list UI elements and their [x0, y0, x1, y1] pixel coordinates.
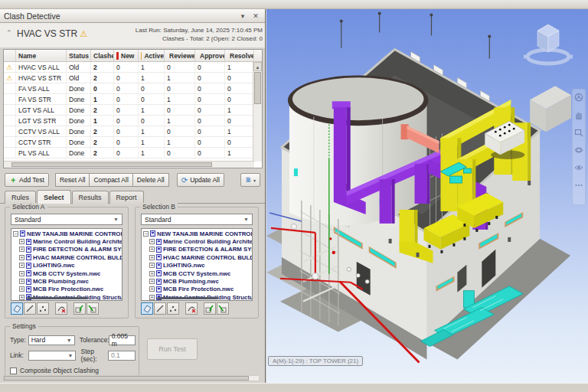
navigation-toolbar[interactable]: [572, 89, 586, 205]
reset-all-button[interactable]: Reset All: [55, 173, 90, 187]
collapse-chevron-icon[interactable]: ⌃: [6, 29, 12, 37]
selection-b-buttons: [141, 302, 230, 315]
column-header[interactable]: Active: [139, 50, 165, 61]
clash-test-row[interactable]: FA VS ALLDone000000: [4, 83, 262, 94]
table-cell: 0: [165, 83, 195, 93]
tree-item[interactable]: +MCB Fire Protection.nwc: [11, 286, 122, 293]
column-header[interactable]: Reviewed: [165, 50, 195, 61]
hscroll-thumb[interactable]: [11, 162, 212, 167]
table-cell: LGT VS STR: [16, 116, 67, 126]
tree-item[interactable]: +MCB Plumbing.nwc: [11, 277, 122, 285]
use-item-button[interactable]: [87, 302, 99, 315]
tolerance-input[interactable]: 0.005 m: [109, 335, 136, 345]
selection-a-group: Selection A Standard▼ −NEW TANAJIB MARIN…: [5, 207, 129, 318]
points-button[interactable]: [167, 302, 179, 315]
scroll-up-arrow[interactable]: ▲: [253, 62, 262, 71]
tree-scrollbar[interactable]: [27, 297, 88, 299]
lines-button[interactable]: [154, 302, 166, 315]
composite-clashing-checkbox[interactable]: [10, 368, 17, 374]
tree-item[interactable]: +LIGHTING.nwc: [142, 262, 252, 270]
selection-a-mode-combo[interactable]: Standard▼: [11, 214, 122, 225]
column-header[interactable]: [4, 50, 16, 61]
use-current-selection-button[interactable]: [204, 302, 216, 315]
tab-results[interactable]: Results: [72, 191, 109, 204]
selection-b-mode-combo[interactable]: Standard▼: [141, 214, 253, 225]
use-item-button[interactable]: [217, 302, 229, 315]
orbit-icon[interactable]: [574, 145, 583, 155]
surfaces-button[interactable]: [141, 302, 153, 315]
clash-test-row[interactable]: CCTV STRDone201100: [4, 137, 262, 148]
clash-test-row[interactable]: ⚠HVAC VS ALLOld201001: [4, 62, 262, 73]
lines-button[interactable]: [24, 302, 36, 315]
table-cell: 2: [91, 62, 114, 72]
points-button[interactable]: [37, 302, 49, 315]
step-input[interactable]: 0.1: [108, 351, 136, 361]
table-cell: 0: [165, 126, 195, 136]
tree-root-item[interactable]: −NEW TANAJIB MARINE CONTROL BUILDING: [142, 230, 252, 237]
clash-test-row[interactable]: CCTV VS ALLDone201001: [4, 126, 262, 137]
tree-item[interactable]: +Marine Control Building Architectural.n…: [11, 237, 122, 245]
column-header[interactable]: New: [114, 50, 139, 61]
tree-item[interactable]: +MCB CCTV System.nwc: [142, 270, 252, 277]
type-combo[interactable]: Hard▼: [28, 335, 75, 345]
tree-item[interactable]: +FIRE DETECTION & ALARM SYSTEM.nwc: [11, 246, 122, 253]
selection-a-tree[interactable]: −NEW TANAJIB MARINE CONTROL BUILDING+Mar…: [11, 228, 122, 301]
self-intersect-button[interactable]: [185, 302, 198, 315]
tree-item[interactable]: +LIGHTING.nwc: [11, 262, 122, 270]
update-all-button[interactable]: ⟳ Update All: [177, 173, 224, 187]
zoom-window-icon[interactable]: [574, 128, 583, 137]
column-header[interactable]: Approved: [195, 50, 225, 61]
pan-hand-icon[interactable]: [574, 110, 583, 119]
panel-horizontal-scrollbar[interactable]: [3, 375, 260, 381]
delete-all-button[interactable]: Delete All: [132, 173, 169, 187]
more-tools-icon[interactable]: [574, 181, 583, 190]
self-intersect-button[interactable]: [55, 302, 67, 315]
tree-item[interactable]: +MCB CCTV System.nwc: [11, 270, 122, 277]
table-cell: Old: [67, 62, 91, 72]
column-header[interactable]: Resolved: [225, 50, 254, 61]
tree-item[interactable]: +HVAC MARINE CONTROL BULDING.nwc: [142, 253, 252, 261]
tree-item[interactable]: +Marine Control Building Architectural.n…: [142, 237, 252, 245]
clash-test-row[interactable]: LGT VS STRDone100100: [4, 116, 262, 126]
tree-item[interactable]: +HVAC MARINE CONTROL BULDING.nwc: [11, 253, 122, 261]
clash-test-row[interactable]: LGT VS ALLDone201001: [4, 105, 262, 116]
link-combo[interactable]: ▼: [28, 351, 76, 361]
column-header[interactable]: Status: [67, 50, 91, 61]
run-test-button[interactable]: Run Test: [147, 338, 198, 360]
tree-item[interactable]: +FIRE DETECTION & ALARM SYSTEM.nwc: [142, 246, 252, 253]
3d-viewport[interactable]: A(M)-1(-29) : TOP TOWER (21): [266, 9, 588, 383]
clash-test-row[interactable]: FA VS STRDone100100: [4, 94, 262, 105]
tree-scrollbar[interactable]: [157, 297, 218, 299]
clash-test-row[interactable]: ⚠HVAC VS STROld201100: [4, 73, 262, 83]
tree-item[interactable]: +MCB Fire Protection.nwc: [142, 286, 252, 293]
table-cell: 1: [139, 126, 165, 136]
use-current-selection-button[interactable]: [74, 302, 86, 315]
tree-root-item[interactable]: −NEW TANAJIB MARINE CONTROL BUILDING: [11, 230, 122, 237]
report-export-button[interactable]: 🗎▾: [240, 173, 260, 187]
tab-select[interactable]: Select: [37, 190, 71, 204]
table-horizontal-scrollbar[interactable]: [4, 161, 254, 168]
look-around-icon[interactable]: [574, 163, 583, 172]
column-header[interactable]: Clashes: [91, 50, 114, 61]
panel-hscroll-thumb[interactable]: [4, 376, 249, 381]
clash-tests-table[interactable]: NameStatusClashesNewActiveReviewedApprov…: [3, 49, 263, 168]
panel-close-button[interactable]: ✕: [250, 11, 261, 21]
column-header[interactable]: Name: [16, 50, 67, 61]
compact-all-button[interactable]: Compact All: [89, 173, 132, 187]
tree-item[interactable]: +MCB Plumbing.nwc: [142, 277, 252, 285]
panel-menu-button[interactable]: ▾: [237, 11, 248, 21]
selection-b-tree[interactable]: −NEW TANAJIB MARINE CONTROL BUILDING+Mar…: [141, 228, 253, 301]
clash-tabs: RulesSelectResultsReport: [0, 190, 265, 204]
surfaces-button[interactable]: [11, 302, 23, 315]
tab-rules[interactable]: Rules: [5, 191, 36, 204]
table-cell: 0: [114, 83, 139, 93]
add-test-button[interactable]: ＋ Add Test: [5, 173, 49, 187]
tab-report[interactable]: Report: [109, 191, 144, 204]
panel-titlebar[interactable]: Clash Detective ▾ ✕: [0, 9, 265, 23]
table-vertical-scrollbar[interactable]: ▲: [253, 62, 262, 162]
clash-test-row[interactable]: PL VS ALLDone201001: [4, 148, 262, 158]
table-cell: 1: [225, 105, 254, 115]
viewcube[interactable]: [518, 17, 579, 78]
vscroll-thumb[interactable]: [254, 72, 261, 104]
steering-wheel-icon[interactable]: [574, 93, 583, 102]
